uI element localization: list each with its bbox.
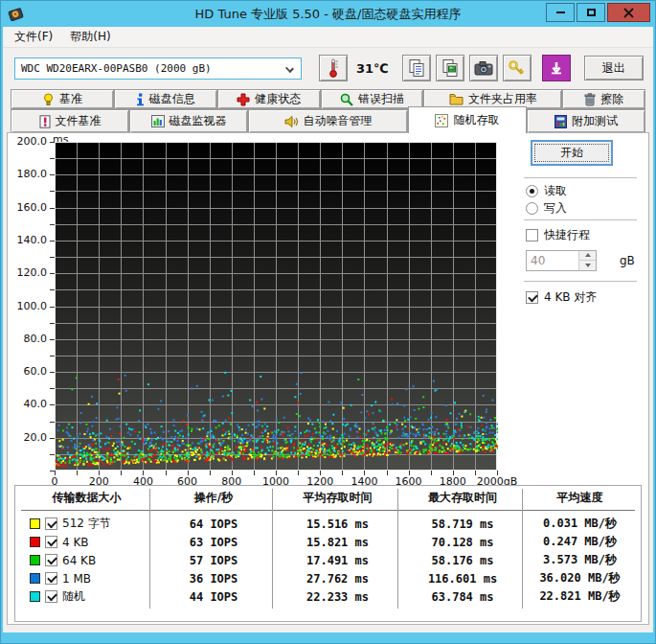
read-mode-row: 读取 — [526, 183, 567, 198]
series-cell: 随机 — [21, 588, 152, 605]
align-4kb-checkbox[interactable] — [526, 291, 538, 304]
max-access-value: 63.784 ms — [400, 590, 525, 604]
results-table: 传输数据大小 操作/秒 平均存取时间 最大存取时间 平均速度 512 字节 — [14, 485, 642, 622]
y-tick-label: 200.0 — [17, 135, 48, 148]
random-access-icon — [435, 114, 448, 127]
window-controls — [544, 3, 650, 22]
col-header-iops: 操作/秒 — [152, 490, 275, 506]
tab-aam[interactable]: 自动噪音管理 — [248, 109, 408, 133]
maximize-button[interactable] — [577, 3, 605, 22]
file-benchmark-icon — [39, 115, 51, 128]
info-icon — [136, 93, 145, 106]
table-row: 64 KB 57 IOPS 17.491 ms 58.176 ms 3.573 … — [21, 551, 635, 569]
column-separator — [272, 489, 273, 609]
series-label: 1 MB — [62, 572, 91, 586]
tab-label: 随机存取 — [453, 112, 499, 128]
results-table-body: 512 字节 64 IOPS 15.516 ms 58.719 ms 0.031… — [15, 511, 641, 606]
tab-label: 基准 — [59, 91, 82, 107]
tab-disk-monitor[interactable]: 磁盘监视器 — [129, 109, 248, 133]
avg-access-value: 22.233 ms — [275, 590, 400, 604]
series-checkbox[interactable] — [45, 590, 57, 603]
write-radio-label: 写入 — [544, 200, 567, 217]
avg-access-value: 27.762 ms — [275, 572, 400, 586]
tab-disk-info[interactable]: 磁盘信息 — [114, 89, 217, 109]
spinner-buttons — [578, 251, 596, 270]
column-separator — [149, 489, 150, 609]
column-separator — [397, 489, 398, 609]
copy-image-button[interactable] — [436, 55, 464, 81]
start-button[interactable]: 开始 — [531, 140, 613, 166]
tab-label: 磁盘信息 — [149, 91, 195, 107]
menu-file[interactable]: 文件(F) — [6, 26, 61, 48]
series-label: 4 KB — [62, 536, 89, 549]
spinner-up-button[interactable] — [579, 251, 596, 262]
drive-select-value: WDC WD20EARX-00PASB0 (2000 gB) — [21, 62, 212, 75]
tab-label: 文件夹占用率 — [468, 91, 537, 107]
tab-strip: 基准 磁盘信息 健康状态 错误扫描 文件夹占用率 — [3, 88, 653, 132]
tab-benchmark[interactable]: 基准 — [11, 89, 114, 109]
align-row: 4 KB 对齐 — [526, 289, 597, 305]
results-table-header: 传输数据大小 操作/秒 平均存取时间 最大存取时间 平均速度 — [21, 486, 635, 511]
y-tick-label: 120.0 — [17, 266, 48, 279]
short-stroke-input[interactable] — [527, 251, 578, 270]
table-row: 随机 44 IOPS 22.233 ms 63.784 ms 22.821 MB… — [21, 587, 635, 606]
tab-health[interactable]: 健康状态 — [217, 89, 321, 109]
series-label: 512 字节 — [62, 516, 111, 532]
exit-button[interactable]: 退出 — [584, 56, 644, 80]
avg-speed-value: 0.247 MB/秒 — [525, 534, 635, 550]
series-checkbox[interactable] — [45, 536, 57, 548]
max-access-value: 70.128 ms — [400, 536, 525, 549]
y-tick-label: 100.0 — [17, 300, 48, 312]
write-radio[interactable] — [526, 202, 538, 215]
avg-access-value: 15.821 ms — [275, 536, 400, 549]
tab-extra-tests[interactable]: 附加测试 — [527, 109, 645, 133]
col-header-transfer-size: 传输数据大小 — [21, 490, 152, 506]
triangle-up-icon — [585, 253, 591, 257]
column-separator — [522, 489, 523, 609]
avg-access-value: 15.516 ms — [275, 518, 400, 531]
series-cell: 4 KB — [21, 536, 152, 549]
tab-file-benchmark[interactable]: 文件基准 — [11, 109, 129, 133]
y-tick-label: 80.0 — [24, 333, 48, 345]
tab-row-2: 文件基准 磁盘监视器 自动噪音管理 随机存取 附加测试 — [11, 109, 645, 133]
tab-random-access[interactable]: 随机存取 — [408, 106, 527, 133]
iops-value: 44 IOPS — [152, 590, 275, 604]
table-row: 512 字节 64 IOPS 15.516 ms 58.719 ms 0.031… — [21, 515, 635, 533]
menu-help[interactable]: 帮助(H) — [61, 26, 119, 48]
tab-erase[interactable]: 擦除 — [562, 89, 645, 109]
tab-label: 擦除 — [600, 91, 623, 107]
copy-text-button[interactable] — [402, 55, 431, 81]
minimize-button[interactable] — [546, 3, 575, 22]
short-stroke-checkbox[interactable] — [526, 229, 538, 242]
options-button[interactable] — [503, 55, 532, 81]
avg-speed-value: 0.031 MB/秒 — [525, 516, 635, 532]
trash-icon — [584, 93, 596, 106]
screenshot-button[interactable] — [469, 55, 498, 81]
drive-select[interactable]: WDC WD20EARX-00PASB0 (2000 gB) — [14, 58, 302, 80]
tab-label: 文件基准 — [56, 113, 102, 129]
short-stroke-unit: gB — [620, 254, 635, 267]
extra-tests-icon — [554, 115, 567, 128]
save-button[interactable] — [542, 55, 571, 81]
series-color-swatch — [30, 573, 40, 584]
series-checkbox[interactable] — [45, 572, 57, 585]
close-button[interactable] — [607, 3, 650, 22]
read-radio[interactable] — [526, 185, 538, 197]
triangle-down-icon — [585, 264, 591, 267]
short-stroke-label: 快捷行程 — [544, 227, 590, 243]
tab-label: 错误扫描 — [358, 91, 404, 107]
series-checkbox[interactable] — [45, 554, 57, 566]
avg-access-value: 17.491 ms — [275, 554, 400, 567]
series-color-swatch — [30, 537, 40, 547]
copy-text-icon — [408, 58, 425, 78]
temperature-button[interactable] — [319, 55, 348, 81]
short-stroke-size-row: gB — [526, 249, 635, 271]
series-checkbox[interactable] — [45, 518, 57, 530]
avg-speed-value: 36.020 MB/秒 — [525, 570, 635, 586]
tab-label: 附加测试 — [572, 113, 618, 129]
align-4kb-label: 4 KB 对齐 — [544, 289, 597, 306]
tab-label: 自动噪音管理 — [304, 113, 373, 129]
col-header-max-access: 最大存取时间 — [400, 490, 525, 506]
iops-value: 57 IOPS — [152, 554, 275, 567]
spinner-down-button[interactable] — [579, 261, 596, 270]
